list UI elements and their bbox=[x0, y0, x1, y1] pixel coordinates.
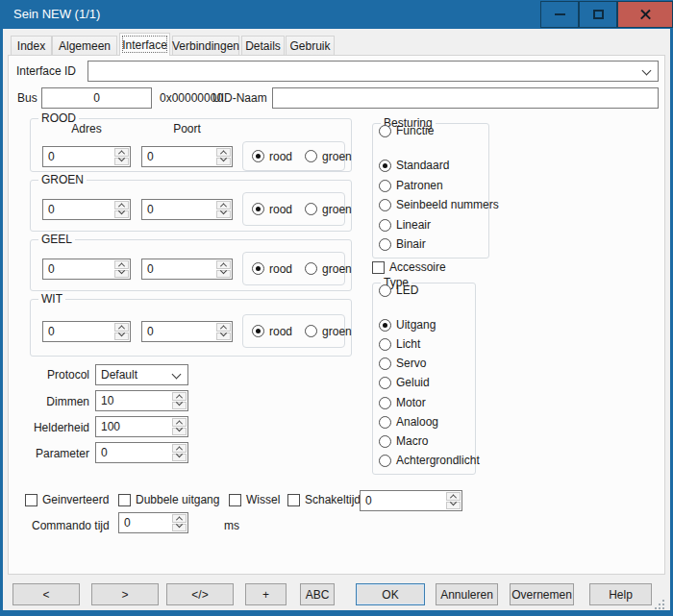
geel-adres-input[interactable] bbox=[43, 259, 113, 279]
rood-adres-input[interactable] bbox=[43, 147, 113, 166]
bus-input[interactable] bbox=[41, 87, 152, 109]
spin-down-button[interactable] bbox=[216, 158, 231, 166]
groen-poort-input[interactable] bbox=[142, 200, 215, 219]
uid-naam-input[interactable] bbox=[272, 87, 659, 109]
rood-poort-input[interactable] bbox=[142, 147, 215, 166]
radio-geluid[interactable]: Geluid bbox=[379, 376, 430, 389]
radio-functie[interactable]: Functie bbox=[379, 124, 434, 137]
radio-label: groen bbox=[322, 325, 352, 338]
spin-down-button[interactable] bbox=[446, 502, 461, 510]
radio-label: Macro bbox=[396, 434, 428, 448]
radio-groen[interactable]: groen bbox=[305, 325, 352, 338]
abc-button[interactable]: ABC bbox=[300, 583, 335, 605]
next-button[interactable]: > bbox=[91, 583, 159, 605]
spin-down-button[interactable] bbox=[172, 454, 187, 462]
groen-adres-spinner[interactable] bbox=[42, 199, 131, 220]
radio-rood[interactable]: rood bbox=[252, 325, 292, 338]
uid-naam-label: UID-Naam bbox=[212, 91, 267, 105]
wit-poort-spinner[interactable] bbox=[141, 321, 233, 342]
commando-tijd-input[interactable] bbox=[119, 513, 171, 532]
code-button[interactable]: </> bbox=[166, 583, 234, 605]
groen-poort-spinner[interactable] bbox=[141, 199, 233, 220]
maximize-button[interactable] bbox=[579, 1, 617, 28]
spin-down-button[interactable] bbox=[114, 158, 129, 166]
add-button[interactable]: + bbox=[245, 583, 287, 605]
tab-algemeen[interactable]: Algemeen bbox=[52, 36, 117, 55]
radio-licht[interactable]: Licht bbox=[379, 337, 420, 351]
tab-verbindingen[interactable]: Verbindingen bbox=[172, 36, 239, 55]
radio-standaard[interactable]: Standaard bbox=[379, 159, 449, 172]
rood-adres-spinner[interactable] bbox=[42, 146, 131, 167]
dimmen-input[interactable] bbox=[96, 391, 171, 410]
radio-label: Functie bbox=[396, 124, 434, 137]
helderheid-spinner[interactable] bbox=[95, 416, 188, 437]
geel-adres-spinner[interactable] bbox=[42, 259, 131, 280]
radio-groen[interactable]: groen bbox=[305, 262, 352, 276]
wit-poort-input[interactable] bbox=[142, 322, 215, 341]
radio-label: Lineair bbox=[396, 218, 431, 232]
radio-macro[interactable]: Macro bbox=[379, 434, 428, 448]
spin-down-button[interactable] bbox=[114, 270, 129, 279]
radio-patronen[interactable]: Patronen bbox=[379, 179, 443, 192]
spin-down-button[interactable] bbox=[216, 210, 231, 219]
schakeltijd-spinner[interactable] bbox=[360, 490, 462, 511]
apply-button[interactable]: Overnemen bbox=[510, 583, 574, 605]
schakeltijd-input[interactable] bbox=[361, 491, 445, 510]
tab-interface[interactable]: Interface bbox=[119, 33, 170, 56]
checkbox-icon bbox=[372, 261, 385, 274]
protocol-dropdown[interactable]: Default bbox=[95, 364, 188, 385]
radio-lineair[interactable]: Lineair bbox=[379, 218, 431, 232]
spin-down-button[interactable] bbox=[172, 524, 187, 532]
close-button[interactable] bbox=[617, 1, 673, 28]
tab-details[interactable]: Details bbox=[241, 36, 285, 55]
spin-down-button[interactable] bbox=[114, 333, 129, 341]
help-button[interactable]: Help bbox=[589, 583, 652, 605]
spin-down-button[interactable] bbox=[216, 270, 231, 279]
radio-led[interactable]: LED bbox=[379, 283, 418, 297]
schakeltijd-checkbox[interactable]: Schakeltijd bbox=[287, 493, 361, 506]
dimmen-spinner[interactable] bbox=[95, 390, 188, 411]
radio-rood[interactable]: rood bbox=[252, 150, 292, 163]
wit-adres-spinner[interactable] bbox=[42, 321, 131, 342]
helderheid-input[interactable] bbox=[96, 417, 171, 436]
spin-down-button[interactable] bbox=[172, 402, 187, 410]
wit-adres-input[interactable] bbox=[43, 322, 113, 341]
rood-poort-spinner[interactable] bbox=[141, 146, 233, 167]
radio-seinbeeld-nummers[interactable]: Seinbeeld nummers bbox=[379, 198, 499, 211]
radio-motor[interactable]: Motor bbox=[379, 396, 426, 409]
ok-button[interactable]: OK bbox=[356, 583, 425, 605]
radio-icon bbox=[379, 455, 391, 467]
radio-servo[interactable]: Servo bbox=[379, 357, 426, 370]
spin-down-button[interactable] bbox=[172, 428, 187, 436]
minimize-icon bbox=[555, 13, 565, 15]
protocol-value: Default bbox=[101, 365, 137, 384]
previous-button[interactable]: < bbox=[12, 583, 80, 605]
tab-gebruik[interactable]: Gebruik bbox=[286, 36, 335, 55]
wissel-checkbox[interactable]: Wissel bbox=[229, 493, 280, 506]
resize-grip-icon[interactable] bbox=[653, 598, 664, 609]
radio-analoog[interactable]: Analoog bbox=[379, 415, 438, 429]
spin-down-button[interactable] bbox=[216, 333, 231, 341]
parameter-spinner[interactable] bbox=[95, 442, 188, 463]
radio-binair[interactable]: Binair bbox=[379, 237, 426, 251]
radio-uitgang[interactable]: Uitgang bbox=[379, 318, 436, 332]
geel-poort-spinner[interactable] bbox=[141, 259, 233, 280]
radio-groen[interactable]: groen bbox=[305, 150, 352, 163]
interface-id-combobox[interactable] bbox=[87, 61, 659, 82]
dubbele-uitgang-checkbox[interactable]: Dubbele uitgang bbox=[118, 493, 219, 506]
geel-poort-input[interactable] bbox=[142, 259, 215, 279]
spin-down-button[interactable] bbox=[114, 210, 129, 219]
geinverteerd-checkbox[interactable]: Geinverteerd bbox=[25, 493, 109, 506]
radio-groen[interactable]: groen bbox=[305, 203, 352, 216]
radio-icon bbox=[379, 199, 391, 211]
radio-achtergrondlicht[interactable]: Achtergrondlicht bbox=[379, 454, 480, 467]
tab-index[interactable]: Index bbox=[11, 36, 52, 55]
cancel-button[interactable]: Annuleren bbox=[436, 583, 498, 605]
groen-adres-input[interactable] bbox=[43, 200, 113, 219]
commando-tijd-spinner[interactable] bbox=[118, 512, 188, 533]
parameter-input[interactable] bbox=[96, 443, 171, 462]
accessoire-checkbox[interactable]: Accessoire bbox=[372, 260, 446, 274]
radio-rood[interactable]: rood bbox=[252, 203, 292, 216]
radio-rood[interactable]: rood bbox=[252, 262, 292, 276]
minimize-button[interactable] bbox=[540, 1, 579, 28]
